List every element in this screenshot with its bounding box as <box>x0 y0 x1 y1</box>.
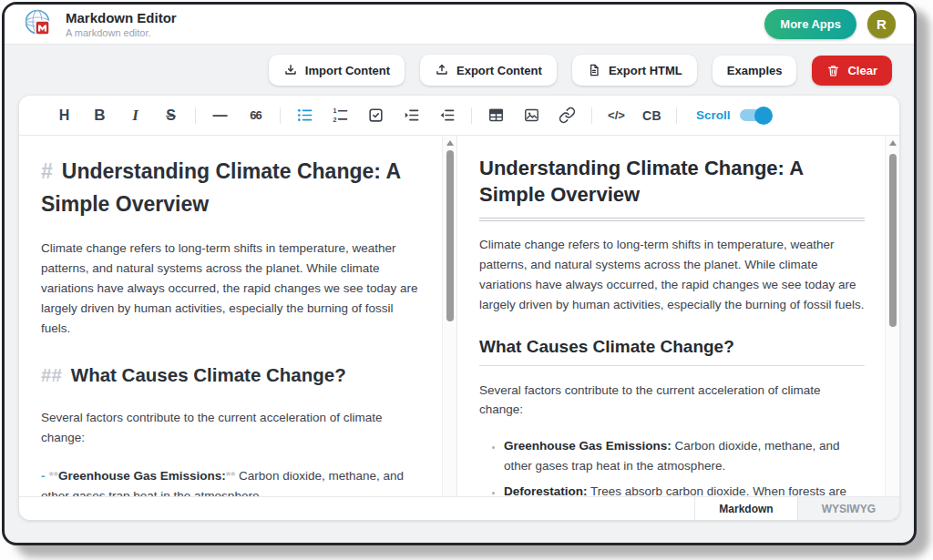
unordered-list-button[interactable] <box>287 102 323 129</box>
scroll-toggle[interactable] <box>740 109 771 121</box>
upload-icon <box>435 63 449 77</box>
italic-button[interactable]: I <box>118 102 153 129</box>
task-list-button[interactable] <box>358 102 394 129</box>
bold-token: ** <box>226 469 236 483</box>
image-icon <box>523 107 540 124</box>
export-content-button[interactable]: Export Content <box>420 55 557 86</box>
scroll-sync-control: Scroll <box>696 108 771 122</box>
document-icon <box>587 63 601 77</box>
toolbar-divider <box>195 107 196 124</box>
import-content-button[interactable]: Import Content <box>269 55 405 86</box>
svg-text:2: 2 <box>333 117 337 124</box>
toolbar-divider <box>676 107 677 124</box>
ordered-list-icon: 1 2 <box>332 107 349 124</box>
preview-heading-2: What Causes Climate Change? <box>479 337 865 366</box>
scroll-up-arrow[interactable] <box>889 140 897 146</box>
markdown-editor-surface[interactable]: #Understanding Climate Change: A Simple … <box>19 136 442 496</box>
download-icon <box>283 63 298 77</box>
clear-label: Clear <box>847 64 877 77</box>
outdent-button[interactable] <box>429 102 465 129</box>
unordered-list-icon <box>296 107 313 124</box>
tab-markdown[interactable]: Markdown <box>694 497 796 520</box>
table-icon <box>487 107 505 124</box>
toolbar-divider <box>591 107 592 124</box>
export-content-label: Export Content <box>456 64 542 77</box>
ordered-list-button[interactable]: 1 2 <box>323 102 358 129</box>
scroll-up-arrow[interactable] <box>446 140 454 146</box>
h1-marker: # <box>41 159 53 183</box>
source-bullet-line: -**Greenhouse Gas Emissions:** Carbon di… <box>41 466 422 496</box>
indent-icon <box>403 107 420 124</box>
code-block-button[interactable]: CB <box>634 102 670 129</box>
preview-pane: Understanding Climate Change: A Simple O… <box>457 136 899 496</box>
examples-button[interactable]: Examples <box>713 56 797 86</box>
source-heading-2: ##What Causes Climate Change? <box>41 362 422 389</box>
horizontal-rule-button[interactable]: — <box>202 102 238 129</box>
preview-list-item: Deforestation: Trees absorb carbon dioxi… <box>504 482 865 496</box>
globe-markdown-icon <box>23 8 56 41</box>
source-paragraph-1: Climate change refers to long-term shift… <box>41 239 422 338</box>
h1-text: Understanding Climate Change: A Simple O… <box>41 159 400 216</box>
bullet-label: Greenhouse Gas Emissions: <box>58 469 226 483</box>
app-header: Markdown Editor A markdown editor. More … <box>5 5 914 45</box>
image-button[interactable] <box>514 102 549 129</box>
source-scrollbar[interactable] <box>442 136 456 496</box>
h2-text: What Causes Climate Change? <box>71 364 346 385</box>
avatar[interactable]: R <box>867 10 896 38</box>
list-item-label: Greenhouse Gas Emissions: <box>504 439 672 453</box>
outdent-icon <box>438 107 456 124</box>
task-list-icon <box>367 107 384 124</box>
list-item-label: Deforestation: <box>504 484 588 496</box>
strikethrough-button[interactable]: S <box>153 102 189 129</box>
preview-paragraph-1: Climate change refers to long-term shift… <box>479 235 865 314</box>
more-apps-button[interactable]: More Apps <box>764 9 856 39</box>
link-icon <box>559 107 576 124</box>
examples-label: Examples <box>727 64 783 77</box>
markdown-source-pane: #Understanding Climate Change: A Simple … <box>19 136 457 496</box>
app-window: Markdown Editor A markdown editor. More … <box>2 2 917 545</box>
table-button[interactable] <box>478 102 514 129</box>
preview-heading-1: Understanding Climate Change: A Simple O… <box>479 156 865 219</box>
scroll-toggle-knob <box>754 107 773 125</box>
blockquote-button[interactable]: 66 <box>238 102 273 129</box>
page-subtitle: A markdown editor. <box>66 27 177 38</box>
toolbar-divider <box>471 107 472 124</box>
link-button[interactable] <box>549 102 585 129</box>
source-paragraph-2: Several factors contribute to the curren… <box>41 408 422 448</box>
editor-card: H B I S — 66 1 2 <box>19 96 899 520</box>
formatting-toolbar: H B I S — 66 1 2 <box>19 96 899 136</box>
preview-paragraph-2: Several factors contribute to the curren… <box>479 381 865 421</box>
tab-wysiwyg[interactable]: WYSIWYG <box>797 497 899 520</box>
scrollbar-thumb[interactable] <box>889 154 897 327</box>
toolbar-divider <box>280 107 281 124</box>
scroll-label: Scroll <box>696 108 731 122</box>
header-titles: Markdown Editor A markdown editor. <box>66 10 177 38</box>
clear-button[interactable]: Clear <box>812 56 892 86</box>
export-html-button[interactable]: Export HTML <box>572 55 697 86</box>
bold-token: ** <box>49 469 59 483</box>
action-bar: Import Content Export Content Export HTM… <box>5 45 914 96</box>
inline-code-button[interactable]: </> <box>599 102 634 129</box>
export-html-label: Export HTML <box>609 64 682 77</box>
app-logo[interactable] <box>23 8 56 41</box>
heading-button[interactable]: H <box>46 102 82 129</box>
preview-scrollbar[interactable] <box>885 136 899 496</box>
editor-panes: #Understanding Climate Change: A Simple … <box>19 136 899 496</box>
dash-token: - <box>41 469 46 483</box>
source-heading-1: #Understanding Climate Change: A Simple … <box>41 156 422 220</box>
scrollbar-thumb[interactable] <box>446 150 454 321</box>
preview-list: Greenhouse Gas Emissions: Carbon dioxide… <box>479 436 865 496</box>
indent-button[interactable] <box>394 102 429 129</box>
preview-surface: Understanding Climate Change: A Simple O… <box>457 136 885 496</box>
import-content-label: Import Content <box>305 64 390 77</box>
page-title: Markdown Editor <box>66 10 177 26</box>
bold-button[interactable]: B <box>82 102 118 129</box>
svg-text:1: 1 <box>333 107 337 115</box>
editor-footer: Markdown WYSIWYG <box>19 496 899 520</box>
h2-marker: ## <box>41 364 62 385</box>
preview-list-item: Greenhouse Gas Emissions: Carbon dioxide… <box>504 436 865 475</box>
trash-icon <box>826 64 840 77</box>
